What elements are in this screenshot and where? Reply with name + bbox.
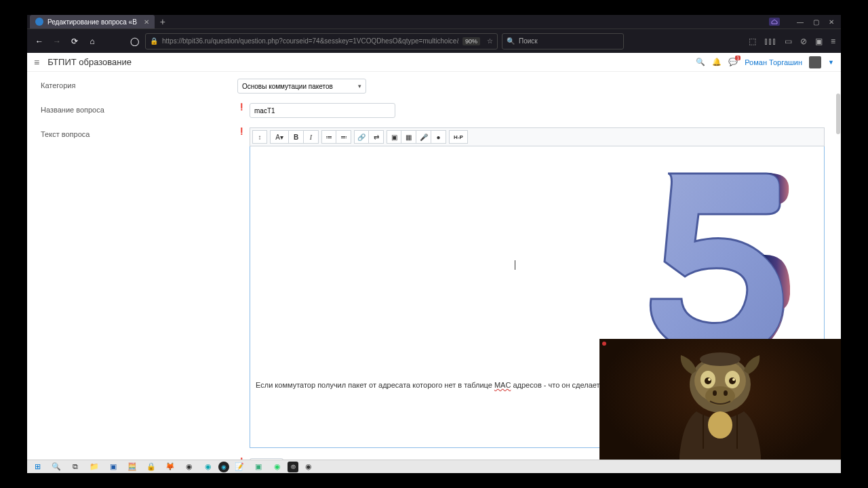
whatsapp-icon[interactable]: ◉ [269, 461, 286, 473]
svg-point-10 [724, 390, 728, 396]
text-cursor [515, 260, 515, 270]
messages-icon[interactable]: 💬1 [728, 58, 738, 66]
search-placeholder: Поиск [519, 37, 538, 45]
site-title[interactable]: БТПИТ образование [47, 57, 132, 67]
embedded-image-five [634, 167, 790, 357]
browser-tab[interactable]: Редактирование вопроса «В ✕ [30, 15, 155, 28]
question-text: Если коммутатор получил пакет от адресат… [256, 381, 604, 389]
menu-icon[interactable]: ≡ [831, 37, 835, 46]
tab-title: Редактирование вопроса «В [47, 18, 137, 26]
library-icon[interactable]: ⫿⫿⫿ [764, 37, 776, 46]
input-question-name[interactable] [250, 103, 395, 118]
editor-expand-button[interactable]: ↕ [252, 130, 267, 144]
editor-h5p-button[interactable]: H-P [449, 130, 468, 144]
editor-media-button[interactable]: ▦ [401, 130, 416, 144]
block-icon[interactable]: ⊘ [800, 37, 807, 46]
scrollbar-thumb[interactable] [836, 94, 840, 134]
app3-icon[interactable]: ◉ [300, 461, 317, 473]
url-text: https://btpit36.ru/question/question.php… [162, 37, 458, 45]
edge-icon[interactable]: ◉ [199, 461, 217, 473]
editor-ol-button[interactable]: ≕ [336, 130, 351, 144]
editor-bold-button[interactable]: B [289, 130, 304, 144]
svg-point-7 [732, 378, 735, 381]
label-name: Название вопроса [41, 103, 237, 114]
notifications-icon[interactable]: 🔔 [712, 58, 722, 66]
user-menu-caret-icon[interactable]: ▼ [828, 59, 834, 66]
notepad-icon[interactable]: 📝 [231, 461, 248, 473]
editor-mic-button[interactable]: 🎤 [416, 130, 431, 144]
search-icon[interactable]: 🔍 [696, 58, 705, 66]
app2-icon[interactable]: ▣ [250, 461, 267, 473]
row-category: Категория Основы коммутации пакетов [41, 79, 827, 94]
webcam-overlay: facerig FaceRig World 2015 Holotech Stud… [599, 339, 841, 473]
explorer-icon[interactable]: 📁 [85, 461, 103, 473]
lock-icon: 🔒 [150, 37, 158, 45]
start-button[interactable]: ⊞ [28, 461, 46, 473]
powershell-icon[interactable]: ▣ [104, 461, 122, 473]
app-icon[interactable]: ◉ [218, 462, 229, 472]
search-icon: 🔍 [507, 37, 515, 45]
taskbar-search-icon[interactable]: 🔍 [47, 461, 65, 473]
svg-point-4 [705, 378, 711, 384]
pocket-icon[interactable]: ⬚ [749, 37, 756, 46]
editor-style-button[interactable]: A▾ [270, 130, 289, 144]
site-header: ≡ БТПИТ образование 🔍 🔔 💬1 Роман Торгаши… [27, 53, 841, 72]
reload-button[interactable]: ⟳ [68, 37, 81, 46]
taskview-icon[interactable]: ⧉ [66, 461, 84, 473]
close-icon[interactable]: ✕ [829, 18, 834, 26]
minimize-icon[interactable]: — [797, 18, 804, 26]
tab-close-icon[interactable]: ✕ [144, 18, 149, 26]
row-name: Название вопроса ❗ [41, 103, 827, 118]
chrome-icon[interactable]: ◉ [180, 461, 198, 473]
shield-icon[interactable]: ◯ [127, 37, 141, 46]
select-category[interactable]: Основы коммутации пакетов [237, 79, 366, 94]
browser-search[interactable]: 🔍 Поиск [502, 33, 624, 49]
user-name-link[interactable]: Роман Торгашин [745, 58, 802, 66]
editor-unlink-button[interactable]: ⇄ [369, 130, 384, 144]
browser-tabstrip: Редактирование вопроса «В ✕ + — ▢ ✕ [27, 15, 841, 28]
forward-button[interactable]: → [50, 37, 64, 46]
new-tab-button[interactable]: + [160, 16, 165, 27]
reader-icon[interactable]: ▭ [785, 37, 792, 46]
obs-icon[interactable]: ◎ [288, 462, 298, 472]
svg-point-6 [708, 378, 711, 381]
maximize-icon[interactable]: ▢ [813, 18, 819, 26]
svg-point-8 [705, 386, 735, 405]
editor-italic-button[interactable]: I [304, 130, 319, 144]
avatar-creature [659, 347, 781, 473]
avatar[interactable] [809, 56, 821, 68]
bookmark-star-icon[interactable]: ☆ [487, 37, 493, 45]
firefox-icon[interactable]: 🦊 [161, 461, 179, 473]
message-count-badge: 1 [735, 56, 741, 60]
browser-toolbar: ← → ⟳ ⌂ ◯ 🔒 https://btpit36.ru/question/… [27, 28, 841, 53]
vpn-icon[interactable] [769, 18, 780, 26]
zoom-badge[interactable]: 90% [462, 37, 480, 45]
label-category: Категория [41, 79, 237, 89]
record-indicator-icon [602, 342, 606, 346]
svg-point-9 [713, 390, 717, 396]
windows-taskbar: ⊞ 🔍 ⧉ 📁 ▣ 🧮 🔒 🦊 ◉ ◉ ◉ 📝 ▣ ◉ ◎ ◉ [27, 460, 841, 473]
editor-image-button[interactable]: ▣ [387, 130, 401, 144]
svg-point-5 [729, 378, 736, 384]
editor-ul-button[interactable]: ≔ [321, 130, 336, 144]
svg-point-12 [708, 411, 732, 439]
required-icon: ❗ [237, 127, 245, 135]
tab-favicon [35, 18, 43, 26]
nav-toggle-icon[interactable]: ≡ [34, 57, 39, 68]
required-icon: ❗ [237, 103, 245, 110]
window-controls: — ▢ ✕ [797, 18, 841, 26]
editor-record-button[interactable]: ● [431, 130, 446, 144]
editor-toolbar: ↕ A▾ B I ≔ ≕ 🔗 ⇄ ▣ [250, 127, 825, 146]
label-text: Текст вопроса [41, 127, 237, 138]
editor-link-button[interactable]: 🔗 [354, 130, 369, 144]
sidebar-icon[interactable]: ▣ [815, 37, 823, 46]
calculator-icon[interactable]: 🧮 [123, 461, 141, 473]
keepass-icon[interactable]: 🔒 [142, 461, 160, 473]
svg-point-11 [700, 352, 741, 366]
home-button[interactable]: ⌂ [85, 37, 99, 46]
back-button[interactable]: ← [33, 37, 46, 46]
url-bar[interactable]: 🔒 https://btpit36.ru/question/question.p… [145, 33, 498, 49]
